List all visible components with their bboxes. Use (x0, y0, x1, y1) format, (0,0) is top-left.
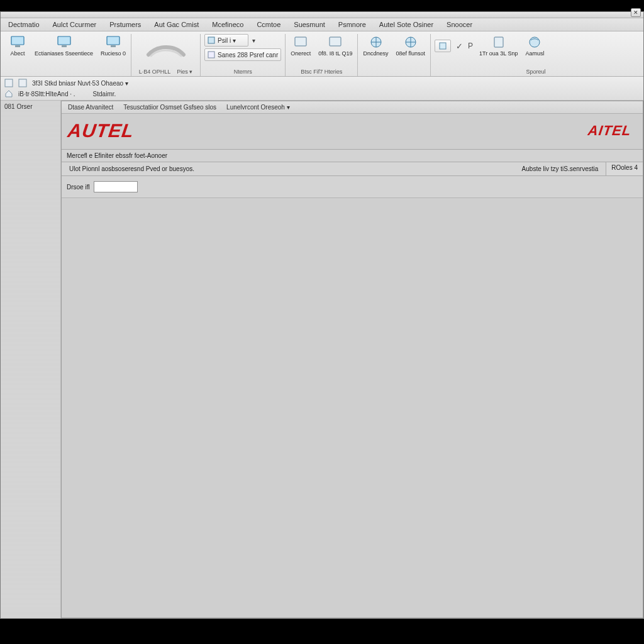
menu-snoocer[interactable]: Snoocer (440, 18, 479, 31)
ribbon-toolbar: Abect Ectianiases Sseentiece Rucieso 0 L… (1, 31, 643, 77)
tb-chip-0[interactable] (4, 79, 13, 87)
app-window: ✕ Dectmatio Aulct Ccurmer Prstumers Aut … (0, 11, 644, 619)
menu-mcefineco[interactable]: Mcefineco (206, 18, 250, 31)
ribbon-btn-aamusl[interactable]: Aamusl (524, 34, 545, 58)
menu-autelsote[interactable]: Autel Sote Osiner (373, 18, 440, 31)
panel-icon (328, 35, 343, 49)
monitor-icon (10, 35, 25, 49)
ribbon-btn-label: Dncdnesy (363, 50, 388, 57)
panel-icon (293, 35, 308, 49)
ribbon-group-4: Dncdnesy 08ef flunsot (358, 34, 431, 76)
subtab-1[interactable]: Tesusctatiior Osmset Gsfseo slos (123, 104, 216, 111)
menu-autgac[interactable]: Aut Gac Cmist (148, 18, 206, 31)
subtab-2[interactable]: Lunelvrcont Oreseoh ▾ (226, 104, 290, 111)
toolbar2-text-b: Stdaimr. (93, 91, 116, 97)
secondary-toolbar-row-1: iB·tr·8Sltt:HIteAnd · . Stdaimr. (4, 89, 640, 98)
menu-ccmtoe[interactable]: Ccmtoe (250, 18, 287, 31)
input-label: Drsoe ifl (67, 184, 90, 191)
ribbon-btn-label: 1Tr oua 3L Snp (479, 50, 518, 57)
ribbon-btn-label: 0f8. I8 tL Q19 (318, 50, 352, 57)
ribbon-btn-ectian[interactable]: Ectianiases Sseentiece (33, 34, 94, 58)
monitor-icon (57, 35, 72, 49)
image-icon (439, 42, 447, 50)
swoosh-icon (146, 41, 186, 62)
menu-prstumers[interactable]: Prstumers (103, 18, 148, 31)
globe-sync-icon (527, 35, 542, 49)
ribbon-btn-rucieso[interactable]: Rucieso 0 (99, 34, 127, 58)
ribbon-btn-dncdnesy[interactable]: Dncdnesy (362, 34, 389, 58)
ribbon-group-3: Onerect 0f8. I8 tL Q19 Btsc Fif7 Hteries (286, 34, 358, 76)
svg-rect-6 (208, 37, 214, 43)
toolbar2-text-a: iB·tr·8Sltt:HIteAnd · . (18, 91, 75, 97)
empty-canvas (62, 198, 643, 618)
tb-chip-1[interactable] (18, 79, 27, 87)
svg-rect-0 (11, 36, 24, 45)
secondary-toolbar: 3f3I Stkd bniasr Nuvt·53 Ohaeao ▾ iB·tr·… (1, 77, 643, 101)
home-icon (4, 89, 13, 98)
ribbon-pes-dropdown[interactable]: Pies ▾ (177, 69, 192, 75)
toolbar2-text: 3f3I Stkd bniasr Nuvt·53 Ohaeao ▾ (32, 80, 128, 87)
globe-icon (403, 35, 418, 49)
ribbon-btn-label: Rucieso 0 (101, 50, 126, 57)
section-header: Mercefl e Efiniter ebssfr foet-Aonoer (62, 149, 643, 162)
left-sidebar-label: 081 Orser (1, 101, 60, 113)
svg-rect-12 (440, 43, 446, 49)
ribbon-combo-prefix[interactable]: Psil i ▾ (204, 34, 248, 47)
ribbon-btn-label: Abect (10, 50, 25, 57)
letter-p-label: P (468, 42, 473, 50)
svg-rect-7 (208, 52, 214, 58)
ribbon-subtext: L·B4 OPHLL (139, 69, 171, 75)
tb-chip-2[interactable] (4, 89, 13, 98)
status-cell: ROoles 4 (606, 162, 643, 175)
info-row-left: Ulot Pionnl aosbsoseresnd Pved or buesyo… (69, 165, 194, 172)
ribbon-group-1: L·B4 OPHLL Pies ▾ (131, 34, 201, 76)
svg-rect-16 (19, 79, 26, 87)
content-panel: Dtase Atvanitect Tesusctatiior Osmset Gs… (61, 101, 643, 618)
ribbon-btn-ofs[interactable]: 0f8. I8 tL Q19 (317, 34, 353, 58)
ribbon-btn-flunsot[interactable]: 08ef flunsot (395, 34, 427, 58)
device-icon (491, 35, 506, 49)
ribbon-btn-label: Onerect (291, 50, 311, 57)
ribbon-group-0: Abect Ectianiases Sseentiece Rucieso 0 (3, 34, 131, 76)
ribbon-group-caption: Ntemrs (204, 67, 281, 75)
menu-dectmatio[interactable]: Dectmatio (2, 18, 47, 31)
svg-rect-1 (15, 45, 20, 47)
ribbon-toggle-box[interactable] (435, 40, 451, 52)
subtab-0[interactable]: Dtase Atvanitect (68, 104, 113, 111)
drsoe-input[interactable] (94, 181, 138, 192)
input-row: Drsoe ifl (62, 176, 643, 198)
ribbon-btn-label: Ectianiases Sseentiece (35, 50, 93, 57)
ribbon-btn-label: Aamusl (525, 50, 544, 57)
menu-bar: Dectmatio Aulct Ccurmer Prstumers Aut Ga… (1, 18, 643, 31)
ribbon-btn-abect[interactable]: Abect (7, 34, 28, 58)
ribbon-btn-label: 08ef flunsot (396, 50, 426, 57)
menu-psmnore[interactable]: Psmnore (332, 18, 373, 31)
window-close-button[interactable]: ✕ (631, 8, 641, 17)
document-icon (208, 36, 215, 44)
info-row: Ulot Pionnl aosbsoseresnd Pved or buesyo… (62, 162, 606, 175)
brand-bar: AUTEL AITEL (62, 114, 643, 149)
secondary-toolbar-row-0: 3f3I Stkd bniasr Nuvt·53 Ohaeao ▾ (4, 79, 640, 87)
svg-rect-15 (5, 79, 13, 87)
page-icon (208, 51, 215, 58)
ribbon-btn-troua[interactable]: 1Tr oua 3L Snp (478, 34, 519, 58)
ribbon-group-2: Psil i ▾ ▾ Sanes 288 Psref canr Ntemrs (201, 34, 286, 76)
brand-logo-left: AUTEL (67, 120, 136, 142)
info-row-right: Aubste liv tzy tiS.senrvestia (522, 165, 599, 172)
check-icon[interactable]: ✓ (456, 42, 463, 51)
left-sidebar: 081 Orser (1, 101, 61, 618)
menu-aulct[interactable]: Aulct Ccurmer (47, 18, 104, 31)
sub-tabs: Dtase Atvanitect Tesusctatiior Osmset Gs… (62, 101, 643, 114)
menu-suesmunt[interactable]: Suesmunt (287, 18, 332, 31)
computer-icon (106, 35, 121, 49)
ribbon-btn-onerect[interactable]: Onerect (289, 34, 312, 58)
chevron-down-icon[interactable]: ▾ (251, 37, 257, 44)
combo-main-label: Sanes 288 Psref canr (218, 52, 278, 58)
ribbon-combo-main[interactable]: Sanes 288 Psref canr (204, 48, 281, 61)
svg-rect-13 (494, 37, 503, 47)
svg-rect-9 (330, 37, 341, 46)
combo-prefix-label: Psil i ▾ (218, 37, 236, 44)
svg-rect-2 (58, 36, 70, 45)
ribbon-group-caption: Sporeul (435, 67, 545, 75)
svg-rect-3 (62, 45, 67, 47)
